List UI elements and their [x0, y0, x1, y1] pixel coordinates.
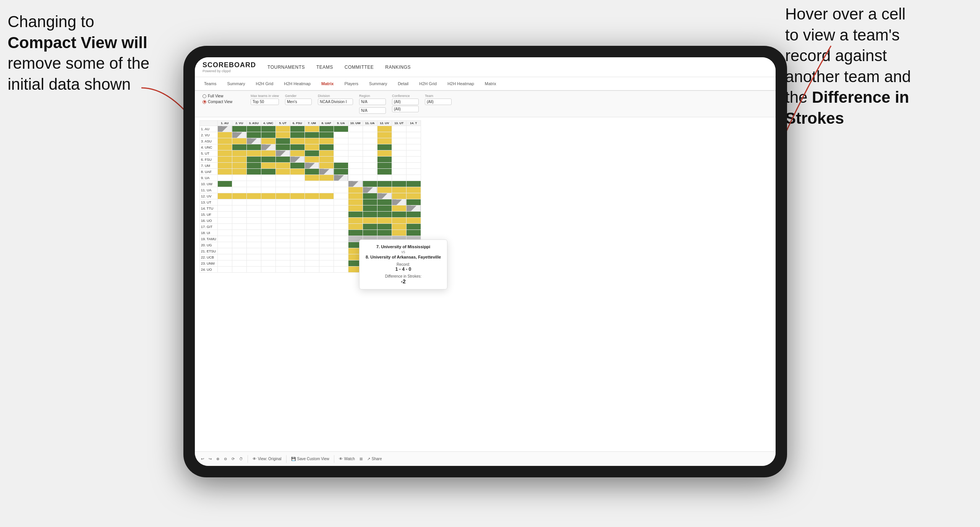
matrix-cell[interactable]: [319, 212, 334, 218]
matrix-cell[interactable]: [363, 181, 377, 187]
matrix-cell[interactable]: [275, 169, 290, 175]
matrix-cell[interactable]: [217, 163, 232, 169]
matrix-cell[interactable]: [261, 150, 275, 157]
matrix-cell[interactable]: [319, 224, 334, 230]
undo-button[interactable]: ↩: [201, 457, 204, 461]
matrix-cell[interactable]: [377, 224, 392, 230]
matrix-cell[interactable]: [363, 150, 377, 157]
matrix-cell[interactable]: [348, 150, 363, 157]
division-select[interactable]: NCAA Division I: [318, 99, 353, 105]
matrix-cell[interactable]: [232, 138, 246, 144]
matrix-cell[interactable]: [319, 230, 334, 236]
matrix-cell[interactable]: [406, 150, 421, 157]
matrix-cell[interactable]: [261, 267, 275, 273]
matrix-cell[interactable]: [261, 187, 275, 193]
matrix-cell[interactable]: [363, 157, 377, 163]
matrix-cell[interactable]: [377, 144, 392, 150]
matrix-cell[interactable]: [261, 181, 275, 187]
matrix-cell[interactable]: [377, 163, 392, 169]
matrix-cell[interactable]: [348, 169, 363, 175]
matrix-cell[interactable]: [217, 169, 232, 175]
matrix-cell[interactable]: [363, 169, 377, 175]
matrix-cell[interactable]: [334, 205, 348, 212]
redo-button[interactable]: ↪: [209, 457, 212, 461]
matrix-cell[interactable]: [334, 218, 348, 224]
matrix-cell[interactable]: [261, 175, 275, 181]
matrix-cell[interactable]: [290, 260, 305, 267]
matrix-cell[interactable]: [377, 230, 392, 236]
matrix-cell[interactable]: [246, 169, 261, 175]
matrix-cell[interactable]: [392, 132, 406, 138]
matrix-cell[interactable]: [261, 254, 275, 260]
matrix-cell[interactable]: [232, 230, 246, 236]
matrix-cell[interactable]: [290, 267, 305, 273]
matrix-cell[interactable]: [305, 248, 319, 254]
matrix-cell[interactable]: [305, 126, 319, 132]
max-teams-select[interactable]: Top 50: [251, 99, 279, 105]
matrix-cell[interactable]: [275, 132, 290, 138]
matrix-cell[interactable]: [406, 138, 421, 144]
nav-committee[interactable]: COMMITTEE: [345, 65, 374, 70]
matrix-cell[interactable]: [305, 150, 319, 157]
matrix-cell[interactable]: [232, 205, 246, 212]
matrix-cell[interactable]: [334, 212, 348, 218]
matrix-cell[interactable]: [232, 163, 246, 169]
matrix-cell[interactable]: [305, 267, 319, 273]
matrix-cell[interactable]: [392, 144, 406, 150]
matrix-cell[interactable]: [275, 218, 290, 224]
nav-tournaments[interactable]: TOURNAMENTS: [267, 65, 305, 70]
matrix-cell[interactable]: [334, 144, 348, 150]
matrix-cell[interactable]: [305, 254, 319, 260]
matrix-cell[interactable]: [261, 248, 275, 254]
matrix-cell[interactable]: [232, 157, 246, 163]
matrix-cell[interactable]: [217, 193, 232, 199]
matrix-cell[interactable]: [261, 193, 275, 199]
matrix-cell[interactable]: [275, 224, 290, 230]
matrix-cell[interactable]: [232, 260, 246, 267]
matrix-cell[interactable]: [246, 199, 261, 205]
matrix-cell[interactable]: [261, 260, 275, 267]
matrix-cell[interactable]: [406, 199, 421, 205]
matrix-cell[interactable]: [392, 169, 406, 175]
matrix-cell[interactable]: [290, 181, 305, 187]
matrix-cell[interactable]: [261, 199, 275, 205]
region-select[interactable]: N/A: [359, 99, 386, 105]
tab-h2h-grid-2[interactable]: H2H Grid: [418, 77, 438, 91]
matrix-cell[interactable]: [319, 260, 334, 267]
matrix-cell[interactable]: [246, 267, 261, 273]
matrix-cell[interactable]: [392, 138, 406, 144]
matrix-cell[interactable]: [261, 169, 275, 175]
matrix-cell[interactable]: [406, 157, 421, 163]
matrix-cell[interactable]: [334, 169, 348, 175]
matrix-cell[interactable]: [305, 181, 319, 187]
matrix-cell[interactable]: [217, 236, 232, 242]
matrix-cell[interactable]: [232, 224, 246, 230]
matrix-cell[interactable]: [319, 138, 334, 144]
matrix-cell[interactable]: [305, 242, 319, 248]
matrix-cell[interactable]: [246, 144, 261, 150]
matrix-cell[interactable]: [232, 175, 246, 181]
matrix-cell[interactable]: [232, 199, 246, 205]
matrix-cell[interactable]: [348, 199, 363, 205]
matrix-cell[interactable]: [377, 157, 392, 163]
matrix-cell[interactable]: [363, 199, 377, 205]
matrix-cell[interactable]: [275, 236, 290, 242]
matrix-cell[interactable]: [232, 132, 246, 138]
matrix-cell[interactable]: [334, 132, 348, 138]
matrix-cell[interactable]: [348, 163, 363, 169]
matrix-cell[interactable]: [377, 205, 392, 212]
matrix-cell[interactable]: [217, 199, 232, 205]
full-view-radio[interactable]: [202, 94, 206, 98]
matrix-cell[interactable]: [246, 150, 261, 157]
compact-view-option[interactable]: Compact View: [202, 100, 245, 104]
matrix-cell[interactable]: [319, 126, 334, 132]
matrix-cell[interactable]: [319, 218, 334, 224]
zoom-button[interactable]: ⊕: [216, 457, 219, 461]
matrix-cell[interactable]: [217, 157, 232, 163]
matrix-cell[interactable]: [334, 163, 348, 169]
matrix-cell[interactable]: [290, 175, 305, 181]
matrix-cell[interactable]: [305, 132, 319, 138]
tab-players[interactable]: Players: [343, 77, 360, 91]
matrix-cell[interactable]: [246, 163, 261, 169]
matrix-cell[interactable]: [348, 138, 363, 144]
